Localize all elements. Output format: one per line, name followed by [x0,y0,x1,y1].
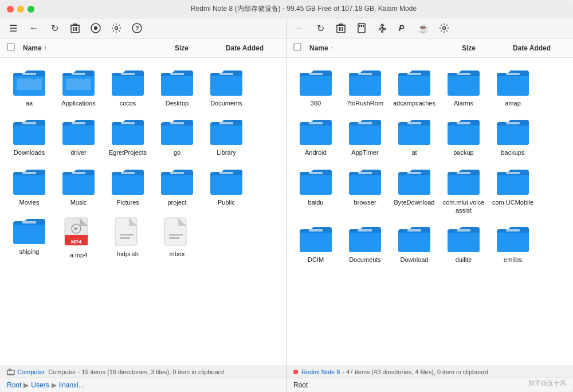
list-item[interactable]: Alarms [440,64,487,111]
list-item[interactable]: Music [55,163,102,210]
svg-rect-32 [219,73,233,75]
list-item[interactable]: Documents [342,220,388,267]
breadcrumb-bar: Root ▶ Users ▶ linanxi... Root [0,378,573,392]
list-item[interactable]: duilite [440,220,487,267]
right-select-all-checkbox[interactable] [293,43,305,53]
list-item[interactable]: 7toRushRom [342,64,388,111]
toolbar-right: ← ↻ [286,18,573,38]
maximize-button[interactable] [28,6,34,13]
svg-point-7 [115,27,118,30]
list-item[interactable]: amap [489,64,536,111]
left-name-header[interactable]: Name ↑ [23,44,153,52]
svg-rect-37 [219,122,233,124]
svg-rect-55 [294,44,301,50]
coffee-icon[interactable]: ☕ [417,22,430,34]
breadcrumb-current[interactable]: linanxi... [59,381,84,389]
list-item[interactable]: emlibs [489,220,536,267]
list-item[interactable]: Documents [203,64,250,111]
back-icon-right[interactable]: ← [293,22,306,34]
list-item[interactable]: backup [440,113,487,160]
main-content: Name ↑ Size Date Added aa [0,38,573,366]
status-computer-link[interactable]: Computer [17,369,45,375]
right-pane: Name ↑ Size Date Added 360 [286,38,573,366]
usb-icon[interactable] [376,22,388,34]
svg-rect-60 [506,73,520,75]
list-item[interactable]: Desktop [154,64,201,111]
list-item[interactable]: MP4 a.mp4 [55,212,102,262]
hamburger-icon[interactable]: ☰ [7,22,19,34]
svg-rect-36 [170,122,184,124]
list-item[interactable]: shiping [6,212,53,262]
left-size-header[interactable]: Size [153,44,210,52]
svg-rect-63 [407,122,421,124]
list-item[interactable]: hidpi.sh [104,212,151,262]
breadcrumb-right-text: Root [293,381,308,389]
breadcrumb-root[interactable]: Root [7,381,21,389]
list-item[interactable]: adcampcaches [391,64,438,111]
list-item[interactable]: DCIM [292,220,339,267]
list-item[interactable]: Movies [6,163,53,210]
list-item[interactable]: Download [391,220,438,267]
left-date-header[interactable]: Date Added [210,44,279,52]
help-icon[interactable]: ? [131,22,143,34]
refresh-icon-right[interactable]: ↻ [314,22,327,34]
list-item[interactable]: com.UCMobile [489,163,536,218]
svg-rect-51 [120,237,130,239]
svg-rect-30 [121,73,135,75]
list-item[interactable]: at [391,113,438,160]
svg-rect-66 [309,172,323,174]
back-icon[interactable]: ← [28,22,40,34]
list-item[interactable]: baidu [292,163,339,218]
left-file-grid: aa Applications [0,58,286,366]
breadcrumb-users[interactable]: Users [31,381,49,389]
list-item[interactable]: aa [6,64,53,111]
list-item[interactable]: project [154,163,201,210]
github-icon[interactable] [89,22,102,34]
list-item[interactable]: Android [292,113,339,160]
status-left-text: Computer - 19 items (16 directories, 3 f… [48,369,223,375]
settings-icon[interactable] [110,22,123,34]
right-date-header[interactable]: Date Added [497,44,566,52]
right-size-header[interactable]: Size [440,44,497,52]
svg-text:MP4: MP4 [71,239,82,245]
svg-rect-54 [169,237,179,239]
list-item[interactable]: EgretProjects [104,113,151,160]
list-item[interactable]: ByteDownload [391,163,438,218]
svg-rect-75 [506,229,520,232]
right-name-header[interactable]: Name ↑ [309,44,440,52]
list-item[interactable]: 360 [292,64,339,111]
list-item[interactable]: mbox [154,212,201,262]
svg-rect-72 [358,229,372,232]
close-button[interactable] [7,6,14,13]
list-item[interactable]: Pictures [104,163,151,210]
list-item[interactable]: AppTimer [342,113,388,160]
svg-point-22 [379,29,381,30]
refresh-icon[interactable]: ↻ [48,22,61,34]
minimize-button[interactable] [17,6,24,13]
svg-rect-53 [169,234,183,236]
svg-rect-35 [121,122,135,124]
list-item[interactable]: com.miui.voiceassist [440,163,487,218]
list-item[interactable]: backups [489,113,536,160]
sd-card-icon[interactable] [355,22,368,34]
list-item[interactable]: Library [203,113,250,160]
list-item[interactable]: go [154,113,201,160]
delete-icon-right[interactable] [335,22,347,34]
list-item[interactable]: cocos [104,64,151,111]
list-item[interactable]: Public [203,163,250,210]
svg-text:?: ? [135,25,139,32]
settings-icon-right[interactable] [438,22,450,34]
left-select-all-checkbox[interactable] [7,43,18,53]
status-indicator [293,370,298,374]
list-item[interactable]: browser [342,163,388,218]
paypal-icon[interactable]: P [397,22,409,34]
svg-text:P: P [399,23,405,33]
status-device-link[interactable]: Redmi Note 8 [301,369,340,375]
list-item[interactable]: Downloads [6,113,53,160]
svg-rect-74 [457,229,470,232]
svg-rect-69 [457,172,470,174]
list-item[interactable]: driver [55,113,102,160]
delete-icon[interactable] [69,22,81,34]
list-item[interactable]: Applications [55,64,102,111]
svg-rect-33 [22,122,36,124]
